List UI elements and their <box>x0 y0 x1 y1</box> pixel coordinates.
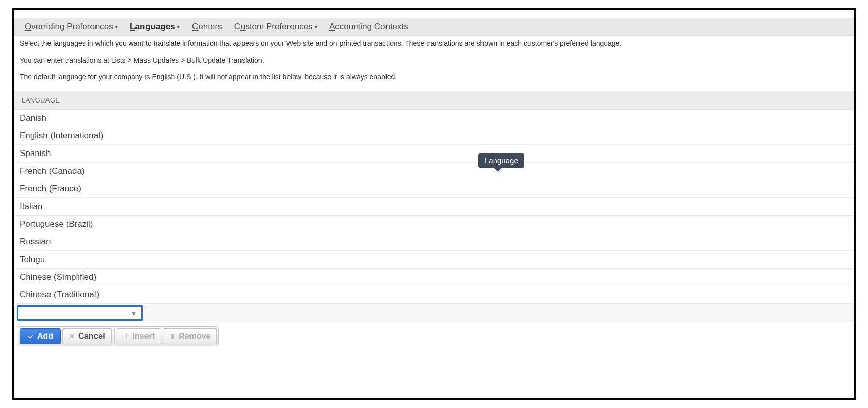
language-row[interactable]: Telugu <box>14 251 854 269</box>
intro-paragraph-3: The default language for your company is… <box>20 72 848 82</box>
insert-button: Insert <box>117 328 162 344</box>
intro-paragraph-1: Select the languages in which you want t… <box>20 39 848 48</box>
tab-languages[interactable]: Languages• <box>124 18 186 35</box>
language-row[interactable]: French (Canada) <box>14 163 854 180</box>
language-row[interactable]: Chinese (Traditional) <box>14 286 854 304</box>
insert-button-label: Insert <box>133 332 155 341</box>
language-row[interactable]: Spanish <box>14 145 854 163</box>
trash-icon <box>169 333 176 340</box>
tab-overriding-preferences[interactable]: Overriding Preferences• <box>19 18 124 35</box>
language-input[interactable] <box>22 308 128 319</box>
language-tooltip: Language <box>478 153 524 168</box>
tab-accounting-contexts[interactable]: Accounting Contexts <box>323 18 414 35</box>
app-frame: Overriding Preferences•Languages•Centers… <box>12 8 856 400</box>
intro-text: Select the languages in which you want t… <box>14 36 854 91</box>
language-row[interactable]: Italian <box>14 198 854 216</box>
tab-custom-preferences[interactable]: Custom Preferences• <box>228 18 323 35</box>
add-button-label: Add <box>37 332 53 341</box>
dropdown-caret-icon[interactable]: ▼ <box>128 309 139 317</box>
language-table-header: LANGUAGE <box>14 91 854 110</box>
add-button[interactable]: Add <box>20 328 61 344</box>
language-input-row: ▼ <box>14 304 854 322</box>
language-combobox[interactable]: ▼ <box>17 305 143 321</box>
language-row[interactable]: Chinese (Simplified) <box>14 269 854 286</box>
language-row[interactable]: Portuguese (Brazil) <box>14 216 854 233</box>
action-bar: Add Cancel Insert Remove <box>18 326 219 346</box>
language-row[interactable]: Russian <box>14 233 854 251</box>
action-separator <box>114 328 115 344</box>
language-table: LANGUAGE DanishEnglish (International)Sp… <box>14 91 854 322</box>
x-icon <box>69 333 75 339</box>
remove-button: Remove <box>163 328 217 344</box>
remove-button-label: Remove <box>179 332 210 341</box>
check-icon <box>27 333 34 340</box>
language-row[interactable]: Danish <box>14 110 854 127</box>
intro-paragraph-2: You can enter translations at Lists > Ma… <box>20 56 848 65</box>
plus-icon <box>123 333 130 339</box>
cancel-button[interactable]: Cancel <box>62 328 111 344</box>
cancel-button-label: Cancel <box>78 332 105 341</box>
tab-centers[interactable]: Centers <box>186 18 228 35</box>
tab-bar: Overriding Preferences•Languages•Centers… <box>14 18 854 36</box>
language-row[interactable]: English (International) <box>14 127 854 145</box>
language-row[interactable]: French (France) <box>14 180 854 198</box>
